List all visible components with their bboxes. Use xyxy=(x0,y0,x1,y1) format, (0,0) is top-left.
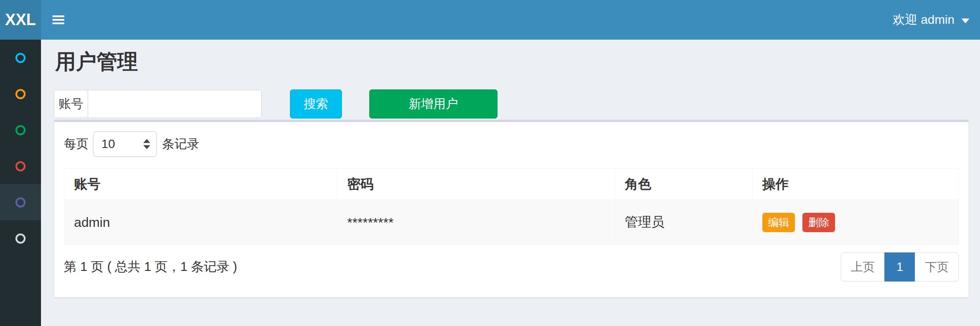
account-search-group: 账号 xyxy=(54,90,262,118)
table-header-row: 账号 密码 角色 操作 xyxy=(64,169,959,200)
next-page-button[interactable]: 下页 xyxy=(915,252,959,282)
add-user-button[interactable]: 新增用户 xyxy=(369,89,497,119)
page-size-prefix: 每页 xyxy=(64,136,89,152)
pagination-row: 第 1 页 ( 总共 1 页，1 条记录 ) 上页 1 下页 xyxy=(64,252,959,282)
circle-icon xyxy=(15,233,26,244)
sidebar-nav xyxy=(0,40,41,326)
search-button[interactable]: 搜索 xyxy=(290,89,342,119)
circle-icon xyxy=(15,125,26,135)
col-header-actions: 操作 xyxy=(753,169,959,200)
delete-button[interactable]: 删除 xyxy=(802,213,835,232)
edit-button[interactable]: 编辑 xyxy=(762,213,795,232)
user-menu[interactable]: 欢迎 admin xyxy=(893,0,969,40)
col-header-account: 账号 xyxy=(64,169,338,200)
pagination-info: 第 1 页 ( 总共 1 页，1 条记录 ) xyxy=(64,258,237,276)
hamburger-menu-icon[interactable] xyxy=(52,11,70,29)
welcome-label: 欢迎 admin xyxy=(893,11,954,28)
page-title: 用户管理 xyxy=(55,50,138,73)
cell-actions: 编辑 删除 xyxy=(753,200,959,245)
table-row: admin ********* 管理员 编辑 删除 xyxy=(64,200,959,245)
main-content: 用户管理 账号 搜索 新增用户 每页 10 条记录 xyxy=(41,40,980,326)
sidebar-item-3[interactable] xyxy=(0,112,41,148)
col-header-password: 密码 xyxy=(338,169,615,200)
pagination: 上页 1 下页 xyxy=(841,252,959,282)
caret-down-icon xyxy=(961,19,969,23)
sidebar-item-2[interactable] xyxy=(0,76,41,112)
cell-password: ********* xyxy=(338,200,615,245)
page-size-value: 10 xyxy=(101,137,115,151)
col-header-role: 角色 xyxy=(615,169,753,200)
account-search-input[interactable] xyxy=(88,90,261,118)
sidebar-item-4[interactable] xyxy=(0,148,41,184)
user-table-panel: 每页 10 条记录 账号 密码 xyxy=(54,120,969,297)
select-spinner-icon xyxy=(143,139,150,149)
app-window: XXL 欢迎 admin 用户管理 xyxy=(0,0,980,326)
circle-icon xyxy=(15,89,26,99)
page-size-row: 每页 10 条记录 xyxy=(64,131,969,157)
circle-icon xyxy=(15,161,26,171)
account-label: 账号 xyxy=(54,90,88,118)
sidebar-item-1[interactable] xyxy=(0,40,41,76)
top-navbar: XXL 欢迎 admin xyxy=(0,0,980,40)
logo[interactable]: XXL xyxy=(0,0,41,40)
cell-role: 管理员 xyxy=(615,200,753,245)
circle-icon xyxy=(15,53,26,63)
page-1-button[interactable]: 1 xyxy=(884,252,915,282)
circle-icon xyxy=(15,197,26,207)
cell-account: admin xyxy=(64,200,338,245)
user-table: 账号 密码 角色 操作 admin ********* 管理员 编辑 删除 xyxy=(64,168,959,245)
sidebar-item-users[interactable] xyxy=(0,184,41,220)
page-size-select[interactable]: 10 xyxy=(93,131,157,157)
sidebar-item-6[interactable] xyxy=(0,220,41,256)
prev-page-button[interactable]: 上页 xyxy=(841,252,885,282)
page-size-suffix: 条记录 xyxy=(162,136,199,152)
